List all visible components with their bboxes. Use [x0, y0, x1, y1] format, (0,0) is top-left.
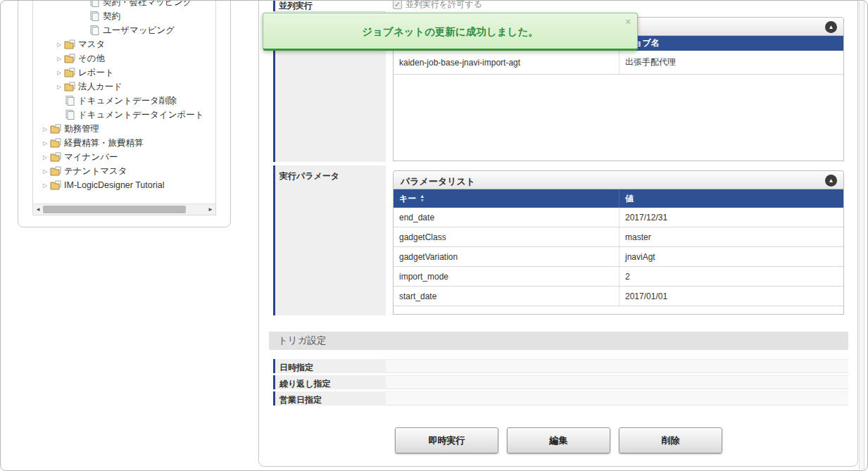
- expand-icon[interactable]: ▷: [54, 42, 64, 48]
- parallel-exec-label: 並列実行: [279, 0, 313, 12]
- trigger-label-cell: 繰り返し指定: [273, 375, 386, 389]
- tree-item-label: テナントマスタ: [64, 165, 127, 177]
- trigger-row: 日時指定: [273, 359, 848, 373]
- document-icon: [89, 11, 100, 21]
- folder-icon: [50, 138, 61, 148]
- folder-icon: [50, 180, 61, 190]
- document-icon: [64, 96, 75, 106]
- tree-folder[interactable]: ▷ その他: [33, 51, 215, 65]
- tree-item-label: その他: [78, 53, 105, 65]
- scroll-left-icon[interactable]: ◄: [33, 204, 43, 215]
- checkbox-checked-icon[interactable]: ✓: [393, 0, 402, 9]
- trigger-value-cell: [386, 359, 848, 373]
- tree-item-label: IM-LogicDesigner Tutorial: [64, 180, 164, 190]
- parallel-exec-checkbox-label: 並列実行を許可する: [405, 0, 482, 11]
- success-toast: ジョブネットの更新に成功しました。 ×: [263, 13, 638, 51]
- run-now-button[interactable]: 即時実行: [395, 427, 498, 453]
- tree-item-label: 契約・会社マッピング: [103, 0, 191, 8]
- label-accent-bar: [273, 165, 275, 315]
- delete-button[interactable]: 削除: [619, 427, 722, 453]
- tree-folder[interactable]: ▷ 法人カード: [33, 80, 215, 94]
- trigger-label: 繰り返し指定: [273, 375, 386, 390]
- table-row[interactable]: end_date 2017/12/31: [394, 208, 843, 227]
- folder-icon: [64, 82, 75, 92]
- trigger-value-cell: [386, 375, 848, 389]
- scroll-right-icon[interactable]: ►: [206, 204, 215, 215]
- collapse-icon[interactable]: ▲: [825, 21, 837, 33]
- tree-item[interactable]: 契約: [33, 9, 215, 23]
- param-key-cell: start_date: [394, 287, 619, 306]
- tree-item[interactable]: 契約・会社マッピング: [33, 0, 215, 9]
- parallel-exec-checkbox-row: ✓ 並列実行を許可する: [393, 0, 482, 11]
- tree-folder[interactable]: ▷ IM-LogicDesigner Tutorial: [33, 178, 215, 192]
- label-accent-bar: [273, 0, 275, 11]
- expand-icon[interactable]: ▷: [40, 154, 50, 161]
- param-key-cell: gadgetVariation: [394, 247, 619, 266]
- param-value-cell: 2017/01/01: [619, 287, 843, 306]
- edit-button[interactable]: 編集: [507, 427, 610, 453]
- expand-icon[interactable]: ▷: [40, 126, 50, 132]
- tree-folder[interactable]: ▷ 経費精算・旅費精算: [33, 136, 215, 150]
- exec-param-label: 実行パラメータ: [273, 165, 386, 182]
- tree-folder[interactable]: ▷ マイナンバー: [33, 150, 215, 164]
- tree-folder[interactable]: ▷ マスタ: [33, 37, 215, 51]
- tree-item-label: マイナンバー: [64, 151, 118, 163]
- label-accent-bar: [273, 359, 275, 373]
- tree-horizontal-scrollbar[interactable]: ◄ ►: [32, 203, 216, 215]
- document-icon: [89, 25, 100, 35]
- param-value-cell: jnaviAgt: [619, 247, 843, 266]
- vertical-scrollbar[interactable]: [859, 1, 864, 470]
- tree-item[interactable]: ドキュメントデータ削除: [33, 94, 215, 108]
- expand-icon[interactable]: ▷: [54, 56, 64, 62]
- collapse-icon[interactable]: ▲: [825, 175, 837, 187]
- trigger-value-cell: [386, 391, 848, 406]
- label-accent-bar: [273, 375, 275, 389]
- tree-item-label: レポート: [78, 67, 114, 79]
- close-icon[interactable]: ×: [625, 16, 631, 27]
- expand-icon[interactable]: ▷: [40, 182, 50, 189]
- tree-item[interactable]: ドキュメントデータインポート: [33, 108, 215, 122]
- tree-item[interactable]: ユーザマッピング: [33, 23, 215, 37]
- table-row[interactable]: kaiden-job-base-jnavi-import-agt 出張手配代理: [394, 51, 843, 75]
- folder-icon: [50, 124, 61, 134]
- param-key-header[interactable]: キー ▲ ▼: [394, 189, 619, 208]
- table-row[interactable]: gadgetClass master: [394, 227, 843, 247]
- tree-item-label: ドキュメントデータインポート: [78, 109, 204, 121]
- table-row[interactable]: gadgetVariation jnaviAgt: [394, 247, 843, 267]
- document-icon: [64, 110, 75, 120]
- scrollbar-thumb[interactable]: [43, 206, 186, 213]
- table-row[interactable]: start_date 2017/01/01: [394, 287, 843, 306]
- tree-folder[interactable]: ▷ 勤務管理: [33, 122, 215, 136]
- trigger-row: 営業日指定: [273, 391, 848, 406]
- param-value-cell: master: [619, 227, 843, 246]
- tree-list: 契約・会社マッピング 契約 ユーザマッピング ▷: [33, 0, 215, 192]
- expand-icon[interactable]: ▷: [40, 140, 50, 146]
- trigger-label-cell: 営業日指定: [273, 391, 386, 406]
- tree-folder[interactable]: ▷ テナントマスタ: [33, 164, 215, 178]
- tree-item-label: ユーザマッピング: [103, 25, 175, 37]
- param-value-cell: 2017/12/31: [619, 208, 843, 227]
- expand-icon[interactable]: ▷: [40, 168, 50, 175]
- job-tree: 契約・会社マッピング 契約 ユーザマッピング ▷: [32, 0, 216, 215]
- param-list-title: パラメータリスト: [401, 175, 475, 188]
- toast-message: ジョブネットの更新に成功しました。: [263, 25, 637, 39]
- tree-item-label: マスタ: [78, 39, 105, 51]
- expand-icon[interactable]: ▷: [54, 84, 64, 90]
- table-row[interactable]: import_mode 2: [394, 267, 843, 287]
- job-id-cell: kaiden-job-base-jnavi-import-agt: [394, 51, 619, 74]
- tree-item-label: 経費精算・旅費精算: [64, 137, 144, 149]
- folder-icon: [64, 39, 75, 49]
- tree-folder[interactable]: ▷ レポート: [33, 65, 215, 80]
- job-table: ジョブ名 kaiden-job-base-jnavi-import-agt 出張…: [393, 36, 844, 161]
- param-value-cell: 2: [619, 267, 843, 286]
- folder-icon: [50, 166, 61, 176]
- param-key-cell: import_mode: [394, 267, 619, 286]
- sort-icon[interactable]: ▲ ▼: [420, 194, 424, 203]
- expand-icon[interactable]: ▷: [54, 70, 64, 76]
- param-list-panel: パラメータリスト ▲ キー ▲ ▼ 値 end_date 2017: [393, 170, 844, 315]
- document-icon: [89, 0, 100, 7]
- scrollbar-track[interactable]: [43, 205, 206, 214]
- screenshot-root: 契約・会社マッピング 契約 ユーザマッピング ▷: [0, 0, 868, 471]
- folder-icon: [64, 68, 75, 77]
- trigger-row: 繰り返し指定: [273, 375, 848, 389]
